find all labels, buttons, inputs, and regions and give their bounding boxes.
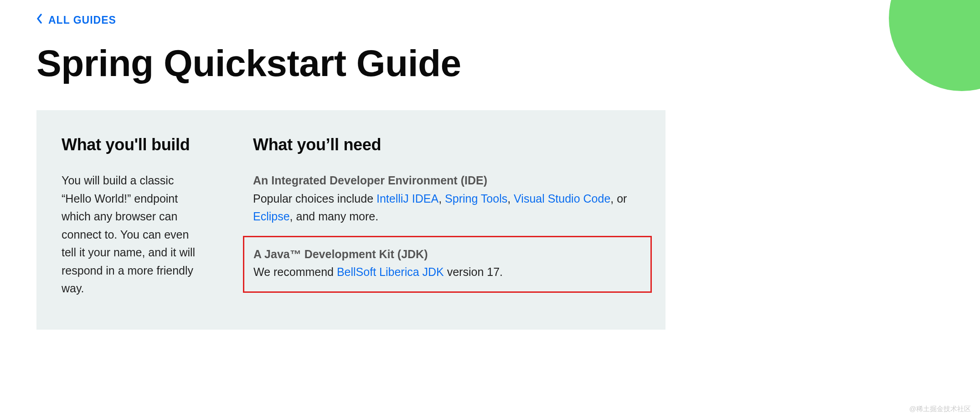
ide-suffix: , and many more.	[290, 210, 379, 223]
need-column: What you’ll need An Integrated Developer…	[228, 135, 665, 298]
eclipse-link[interactable]: Eclipse	[253, 210, 290, 223]
vscode-link[interactable]: Visual Studio Code	[514, 192, 610, 205]
ide-sep1: ,	[438, 192, 445, 205]
jdk-title: A Java™ Development Kit (JDK)	[253, 245, 641, 264]
jdk-prefix: We recommend	[253, 265, 337, 278]
build-column: What you'll build You will build a class…	[36, 135, 228, 298]
spring-tools-link[interactable]: Spring Tools	[445, 192, 507, 205]
ide-sep3: , or	[610, 192, 627, 205]
jdk-suffix: version 17.	[444, 265, 503, 278]
ide-text: Popular choices include IntelliJ IDEA, S…	[253, 190, 629, 226]
need-heading: What you’ll need	[253, 135, 629, 154]
build-text: You will build a classic “Hello World!” …	[62, 172, 203, 298]
ide-prefix: Popular choices include	[253, 192, 377, 205]
chevron-left-icon	[36, 14, 42, 26]
ide-sep2: ,	[507, 192, 514, 205]
content-wrapper: ALL GUIDES Spring Quickstart Guide What …	[0, 0, 980, 330]
bellsoft-link[interactable]: BellSoft Liberica JDK	[337, 265, 444, 278]
jdk-highlight-box: A Java™ Development Kit (JDK) We recomme…	[243, 236, 652, 293]
jdk-text: We recommend BellSoft Liberica JDK versi…	[253, 263, 641, 281]
watermark: @稀土掘金技术社区	[909, 405, 971, 413]
all-guides-link[interactable]: ALL GUIDES	[36, 14, 116, 26]
info-panel: What you'll build You will build a class…	[36, 110, 665, 330]
ide-title: An Integrated Developer Environment (IDE…	[253, 172, 629, 190]
ide-block: An Integrated Developer Environment (IDE…	[253, 172, 629, 226]
build-heading: What you'll build	[62, 135, 203, 154]
all-guides-label: ALL GUIDES	[48, 14, 116, 26]
page-title: Spring Quickstart Guide	[36, 44, 944, 83]
intellij-link[interactable]: IntelliJ IDEA	[377, 192, 438, 205]
